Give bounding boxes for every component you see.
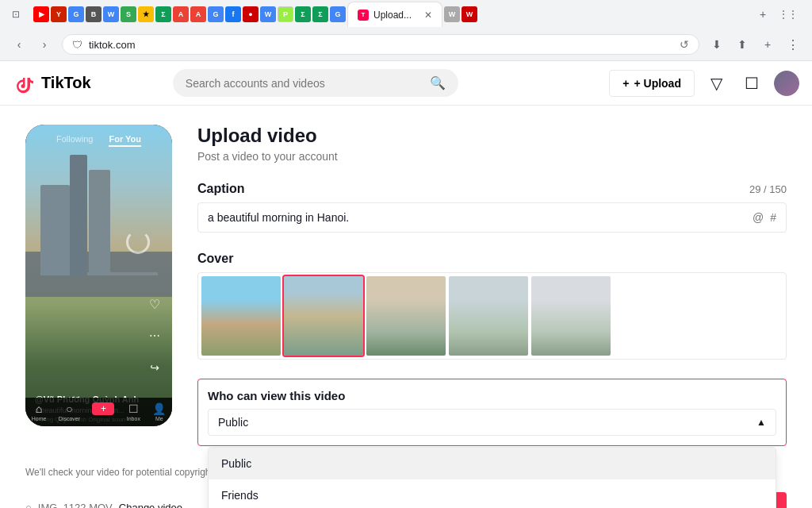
favicon-11: f	[225, 6, 241, 22]
hash-symbol[interactable]: #	[770, 211, 776, 224]
forward-button[interactable]: ›	[33, 33, 56, 56]
favicon-13: W	[260, 6, 276, 22]
caption-actions: @ #	[753, 211, 776, 224]
plus-icon: +	[622, 77, 629, 90]
option-public[interactable]: Public	[209, 448, 776, 479]
nav-buttons: ‹ ›	[8, 33, 56, 56]
active-tab[interactable]: T Upload... ✕	[347, 2, 442, 27]
favicon-5: S	[121, 6, 136, 22]
upload-button[interactable]: + + Upload	[609, 70, 695, 97]
heart-icon: ♡	[144, 293, 166, 315]
at-symbol[interactable]: @	[753, 211, 764, 224]
me-nav-icon: 👤 Me	[152, 402, 166, 421]
cover-thumb-2[interactable]	[284, 276, 363, 356]
favicon-6: ★	[138, 6, 154, 22]
tab-favicon: T	[358, 10, 369, 21]
home-nav-icon: ⌂ Home	[32, 402, 47, 421]
cover-strip	[197, 272, 787, 360]
caption-text: a beautiful morning in Hanoi.	[208, 211, 753, 224]
phone-top-nav: Following For You	[25, 125, 172, 153]
inbox-icon-btn[interactable]: ☐	[739, 71, 764, 96]
favicon-8: A	[173, 6, 189, 22]
add-btn: +	[92, 402, 114, 415]
favicon-9: A	[190, 6, 206, 22]
file-icon: ○	[25, 502, 32, 508]
reload-icon[interactable]: ↺	[680, 38, 689, 51]
favicon-18: W	[444, 6, 460, 22]
dropdown-options: Public Friends Private	[208, 447, 776, 508]
search-input[interactable]	[186, 77, 423, 90]
browser-chrome: ⊡ ▶ Y G B W S ★ Σ A A G f ● W P Σ Σ G T …	[0, 0, 812, 61]
header-actions: + + Upload ▽ ☐	[609, 70, 799, 97]
address-bar-container[interactable]: 🛡 ↺	[62, 34, 699, 55]
phone-preview: Following For You ♡ ⋯ ↩ @Vũ Phương Quỳnh…	[25, 125, 172, 426]
file-info-row: ○ IMG_1122.MOV Change video	[25, 502, 182, 508]
tiktok-header: TikTok 🔍 + + Upload ▽ ☐	[0, 61, 812, 106]
tiktok-logo[interactable]: TikTok	[13, 71, 91, 95]
security-icon: 🛡	[72, 39, 82, 51]
dropdown-arrow-icon: ▲	[756, 417, 766, 428]
change-video-btn[interactable]: Change video	[119, 502, 182, 508]
favicon-3: B	[86, 6, 102, 22]
favicon-17: G	[330, 6, 346, 22]
favicon-14: P	[278, 6, 293, 22]
avatar[interactable]	[774, 71, 799, 96]
right-column: Upload video Post a video to your accoun…	[197, 125, 787, 446]
favicon-youtube: ▶	[33, 6, 49, 22]
cover-thumb-3[interactable]	[366, 276, 446, 356]
favicon-19: W	[462, 6, 477, 22]
browser-actions: ⬇ ⬆ + ⋮	[706, 33, 804, 56]
cover-section: Cover	[197, 252, 787, 360]
cover-thumb-1[interactable]	[201, 276, 281, 356]
cover-label: Cover	[197, 252, 787, 266]
dropdown-value: Public	[218, 416, 248, 429]
favicon-row: ▶ Y G B W S ★ Σ A A G f ● W P Σ Σ G T Up…	[27, 0, 744, 29]
dropdown-select[interactable]: Public ▲	[208, 409, 776, 436]
filter-icon-btn[interactable]: ▽	[704, 71, 730, 96]
phone-bottom-nav: ⌂ Home ○ Discover + ☐ Inbox	[25, 398, 172, 426]
new-tab-btn[interactable]: +	[752, 3, 774, 25]
browser-toolbar: ‹ › 🛡 ↺ ⬇ ⬆ + ⋮	[0, 29, 812, 60]
dropdown-label: Who can view this video	[208, 389, 776, 402]
content-area: Following For You ♡ ⋯ ↩ @Vũ Phương Quỳnh…	[0, 106, 812, 465]
tiktok-logo-icon	[13, 71, 36, 95]
comment-icon: ⋯	[144, 325, 166, 347]
phone-actions: ♡ ⋯ ↩	[144, 293, 166, 379]
favicon-1: Y	[51, 6, 67, 22]
inbox-nav-icon: ☐ Inbox	[127, 402, 140, 421]
option-friends[interactable]: Friends	[209, 479, 776, 508]
discover-nav-icon: ○ Discover	[59, 402, 80, 421]
cover-thumb-5[interactable]	[531, 276, 611, 356]
tab-close[interactable]: ✕	[424, 10, 432, 21]
share-btn[interactable]: ⬆	[731, 33, 753, 56]
favicon-12: ●	[243, 6, 259, 22]
char-count: 29 / 150	[749, 183, 787, 195]
tab-label: Upload...	[373, 10, 419, 21]
address-bar[interactable]	[89, 39, 673, 51]
search-icon: 🔍	[430, 75, 446, 90]
favicon-15: Σ	[295, 6, 311, 22]
search-bar[interactable]: 🔍	[173, 69, 458, 97]
page-subtitle: Post a video to your account	[197, 150, 787, 163]
caption-section: Caption 29 / 150 a beautiful morning in …	[197, 182, 787, 233]
cover-thumb-4[interactable]	[449, 276, 528, 356]
back-button[interactable]: ‹	[8, 33, 30, 56]
favicon-2: G	[68, 6, 84, 22]
add-tab-btn[interactable]: +	[756, 33, 779, 56]
favicon-16: Σ	[312, 6, 328, 22]
file-name: IMG_1122.MOV	[38, 502, 113, 508]
tab-grid-btn[interactable]: ⋮⋮	[777, 3, 799, 25]
phone-overlay: Following For You ♡ ⋯ ↩ @Vũ Phương Quỳnh…	[25, 125, 172, 426]
for-you-nav: For You	[109, 134, 141, 147]
dropdown-container: Who can view this video Public ▲ Public …	[197, 379, 787, 446]
window-icon[interactable]: ⊡	[6, 5, 25, 24]
tab-bar: ⊡ ▶ Y G B W S ★ Σ A A G f ● W P Σ Σ G T …	[0, 0, 812, 29]
download-btn[interactable]: ⬇	[706, 33, 728, 56]
following-nav: Following	[56, 134, 93, 147]
page-header: Upload video Post a video to your accoun…	[197, 125, 787, 163]
page-title: Upload video	[197, 125, 787, 147]
who-can-view-section: Who can view this video Public ▲ Public …	[197, 379, 787, 446]
caption-input[interactable]: a beautiful morning in Hanoi. @ #	[197, 202, 787, 233]
left-column: Following For You ♡ ⋯ ↩ @Vũ Phương Quỳnh…	[25, 125, 172, 446]
extensions-btn[interactable]: ⋮	[782, 33, 804, 56]
